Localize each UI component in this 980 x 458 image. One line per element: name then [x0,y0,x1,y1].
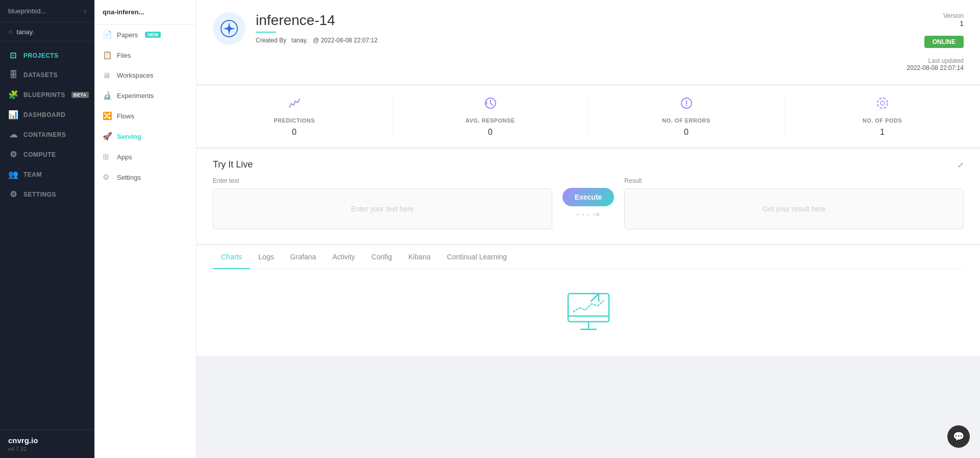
files-icon: 📋 [103,51,112,60]
sec-item-papers[interactable]: 📄 Papers NEW [94,25,196,45]
try-result-area: Result Get your result here [624,177,964,229]
sec-item-label: Papers [117,31,138,39]
stat-avg-response: AVG. RESPONSE 0 [393,96,589,137]
stat-predictions: PREDICTIONS 0 [197,96,393,137]
predictions-icon [287,96,302,113]
sidebar-item-compute[interactable]: ⚙ COMPUTE [0,144,94,164]
svg-rect-12 [568,294,609,322]
sidebar-item-label: PROJECTS [23,52,59,59]
flows-icon: 🔀 [103,111,112,120]
tab-continual-learning[interactable]: Continual Learning [439,246,516,269]
inference-info-card: inference-14 Created By tanay. @ 2022-08… [197,0,980,84]
sec-item-flows[interactable]: 🔀 Flows [94,106,196,126]
sec-item-settings[interactable]: ⚙ Settings [94,167,196,187]
chat-icon: 💬 [953,431,964,442]
stat-errors: NO. OF ERRORS 0 [589,96,785,137]
sec-item-label: Experiments [117,92,154,100]
compute-icon: ⚙ [8,150,18,159]
pods-label: NO. OF PODS [863,117,902,124]
sidebar-item-label: CONTAINERS [23,131,66,138]
sec-item-label: Apps [117,153,132,161]
version-label: Version [907,12,964,19]
sec-item-experiments[interactable]: 🔬 Experiments [94,85,196,106]
svg-point-11 [880,101,885,105]
brand-name: blueprintsd... [8,7,46,15]
created-by-user: tanay. [291,37,308,44]
sidebar-item-settings[interactable]: ⚙ SETTINGS [0,184,94,204]
status-badge: ONLINE [924,36,964,48]
sidebar-item-label: DASHBOARD [23,111,66,118]
pods-value: 1 [880,128,885,137]
last-updated-value: 2022-08-08 22:07:14 [907,64,964,71]
sec-item-workspaces[interactable]: 🖥 Workspaces [94,65,196,85]
result-label: Result [624,177,964,184]
second-sidebar: qna-inferen... 📄 Papers NEW 📋 Files 🖥 Wo… [94,0,197,458]
dashboard-icon: 📊 [8,110,18,119]
sidebar-item-label: TEAM [23,171,42,178]
settings-icon: ⚙ [103,173,112,182]
execute-area: Execute - - - -> [552,188,625,219]
errors-label: NO. OF ERRORS [662,117,710,124]
tab-activity[interactable]: Activity [324,246,363,269]
stats-row: PREDICTIONS 0 AVG. RESPONSE 0 NO. OF ERR… [197,86,980,147]
sec-item-serving[interactable]: 🚀 Serving [94,126,196,147]
inference-title: inference-14 [256,12,897,29]
sidebar-item-dashboard[interactable]: 📊 DASHBOARD [0,105,94,125]
collapse-icon[interactable]: ‹ [84,8,86,15]
tab-logs[interactable]: Logs [250,246,282,269]
user-area: ○ tanay. [0,22,94,41]
chat-bubble[interactable]: 💬 [947,425,970,448]
user-icon: ○ [8,28,12,36]
tab-config[interactable]: Config [363,246,400,269]
containers-icon: ☁ [8,130,18,139]
expand-icon[interactable]: ⤢ [958,161,964,169]
try-input-box[interactable]: Enter your text here [213,188,552,229]
result-placeholder: Get your result here [763,205,826,213]
sec-item-label: Settings [117,174,141,181]
created-by: Created By tanay. @ 2022-08-08 22:07:12 [256,37,897,44]
tab-charts[interactable]: Charts [213,246,250,269]
execute-button[interactable]: Execute [562,188,615,206]
serving-icon: 🚀 [103,132,112,141]
sidebar-item-containers[interactable]: ☁ CONTAINERS [0,125,94,144]
datasets-icon: 🗄 [8,70,18,80]
sidebar-item-team[interactable]: 👥 TEAM [0,164,94,184]
blueprints-icon: 🧩 [8,90,18,100]
created-at: @ 2022-08-08 22:07:12 [313,37,378,44]
new-badge: NEW [145,32,161,38]
input-placeholder: Enter your text here [351,205,414,213]
svg-point-10 [877,98,888,108]
apps-icon: ⊞ [103,152,112,161]
predictions-value: 0 [292,128,297,137]
k8s-icon-circle [213,12,246,45]
sidebar-item-projects[interactable]: ⊡ PROJECTS [0,45,94,65]
sidebar-item-blueprints[interactable]: 🧩 BLUEPRINTS BETA [0,85,94,105]
main-content: inference-14 Created By tanay. @ 2022-08… [197,0,980,458]
footer-brand: cnvrg.io [8,436,86,445]
arrow-dashes: - - - -> [576,210,600,219]
svg-point-9 [685,105,687,106]
svg-line-18 [591,294,599,301]
sec-item-label: Serving [117,133,141,140]
sec-item-apps[interactable]: ⊞ Apps [94,147,196,167]
sidebar-item-datasets[interactable]: 🗄 DATASETS [0,65,94,85]
footer-area: cnvrg.io v4.7.32 [0,429,94,458]
sec-item-label: Workspaces [117,71,153,79]
team-icon: 👥 [8,170,18,179]
sidebar-item-label: BLUEPRINTS [23,91,65,99]
tab-grafana[interactable]: Grafana [282,246,325,269]
created-by-label: Created By [256,37,286,44]
avg-response-icon [483,96,498,113]
sec-item-files[interactable]: 📋 Files [94,45,196,65]
try-live-header: Try It Live ⤢ [213,159,964,170]
left-sidebar: blueprintsd... ‹ ○ tanay. ⊡ PROJECTS 🗄 D… [0,0,94,458]
input-label: Enter text [213,177,552,184]
workspaces-icon: 🖥 [103,71,112,80]
svg-point-5 [227,27,231,31]
errors-icon [679,96,694,113]
papers-icon: 📄 [103,30,112,39]
settings-icon: ⚙ [8,189,18,199]
tab-kibana[interactable]: Kibana [400,246,439,269]
sidebar-item-label: COMPUTE [23,151,56,158]
experiments-icon: 🔬 [103,91,112,100]
